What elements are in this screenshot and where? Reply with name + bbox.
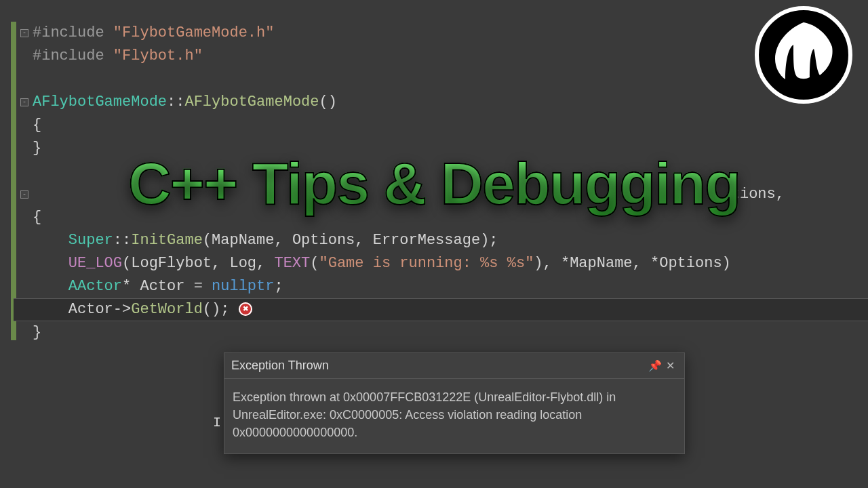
exception-tooltip: Exception Thrown 📌 ✕ Exception thrown at… [224,352,685,454]
pin-icon[interactable]: 📌 [648,359,663,372]
code-line[interactable]: Actor->GetWorld();✖ [14,298,868,321]
unreal-engine-logo [753,4,854,106]
tooltip-title: Exception Thrown [231,359,648,373]
code-content: #include "FlybotGameMode.h" [33,24,274,41]
code-line[interactable]: { [14,114,868,137]
code-content: { [33,117,41,134]
video-title-overlay: C++ Tips & Debugging [128,149,740,218]
code-line[interactable] [14,68,868,91]
fold-toggle-icon[interactable]: - [20,98,28,106]
tooltip-header: Exception Thrown 📌 ✕ [224,353,684,379]
code-content: Super::InitGame(MapName, Options, ErrorM… [33,232,498,249]
code-line[interactable]: } [14,321,868,344]
code-line[interactable]: AActor* Actor = nullptr; [14,275,868,298]
code-content: AActor* Actor = nullptr; [33,278,283,295]
code-content: } [33,324,41,341]
code-line[interactable]: UE_LOG(LogFlybot, Log, TEXT("Game is run… [14,252,868,275]
text-cursor-icon: I [213,415,224,428]
fold-toggle-icon[interactable]: - [20,190,28,199]
code-content: { [33,209,41,226]
code-content: Actor->GetWorld(); [33,301,229,318]
close-icon[interactable]: ✕ [663,359,677,372]
tooltip-body: Exception thrown at 0x00007FFCB031222E (… [224,379,684,453]
code-content: #include "Flybot.h" [33,47,203,64]
code-content: AFlybotGameMode::AFlybotGameMode() [33,94,337,110]
code-line[interactable]: Super::InitGame(MapName, Options, ErrorM… [14,229,868,252]
code-content: UE_LOG(LogFlybot, Log, TEXT("Game is run… [33,255,731,272]
fold-toggle-icon[interactable]: - [20,29,28,37]
code-line[interactable]: -#include "FlybotGameMode.h" [14,22,868,45]
code-line[interactable]: #include "Flybot.h" [14,45,868,68]
code-line[interactable]: -AFlybotGameMode::AFlybotGameMode() [14,91,868,114]
code-content: } [33,140,41,157]
